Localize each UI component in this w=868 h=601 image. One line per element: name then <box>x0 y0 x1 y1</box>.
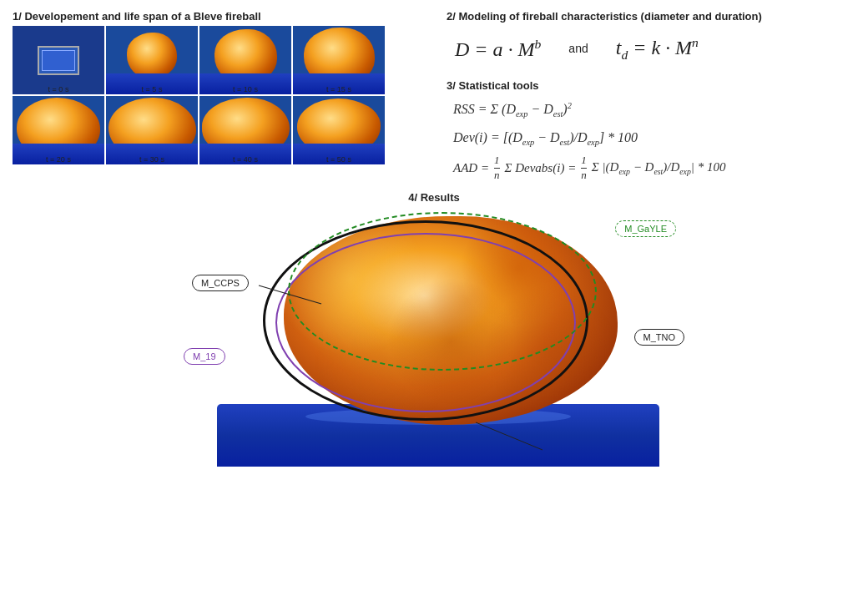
fireball-cell-t50: t = 50 s <box>293 96 385 164</box>
time-label-t30: t = 30 s <box>139 155 164 164</box>
aad-text: AAD = <box>453 158 489 178</box>
frac-1n-1: 1 n <box>494 154 500 181</box>
and-word: and <box>568 42 588 55</box>
time-label-t50: t = 50 s <box>326 155 351 164</box>
fireball-cell-t40: t = 40 s <box>199 96 291 164</box>
time-label-t40: t = 40 s <box>233 155 258 164</box>
frac-1n-2: 1 n <box>581 154 587 181</box>
section4-title: 4/ Results <box>13 191 855 204</box>
time-label-t10: t = 10 s <box>233 85 258 93</box>
box-inner <box>38 46 79 75</box>
sigma-1: Σ Devabs(i) = <box>505 158 577 178</box>
sigma-2: Σ |(Dexp − Dest)/Dexp| * 100 <box>592 157 726 179</box>
fireball-cell-t15: t = 15 s <box>293 26 385 94</box>
formula-dev: Dev(i) = [(Dexp − Dest)/Dexp] * 100 <box>453 127 855 150</box>
formula-rss: RSS = Σ (Dexp − Dest)2 <box>453 98 855 122</box>
main-formula: D = a · Mb and td = k · Mn <box>455 35 855 63</box>
fireball-row-2: t = 20 s t = 30 s t = 40 s <box>13 96 430 164</box>
mgayle-text: M_GaYLE <box>624 224 667 234</box>
fireball-row-1: t = 0 s t = 5 s t = 10 s <box>13 26 430 94</box>
section1-title: 1/ Developement and life span of a Bleve… <box>13 10 430 23</box>
page-container: 1/ Developement and life span of a Bleve… <box>0 0 868 601</box>
time-label-t15: t = 15 s <box>326 85 351 93</box>
box-shape-t0 <box>13 26 104 94</box>
label-mccps: M_CCPS <box>192 275 249 291</box>
formula-td: td = k · Mn <box>616 35 699 63</box>
m19-text: M_19 <box>193 351 216 361</box>
fireball-cell-t30: t = 30 s <box>106 96 198 164</box>
section3-title: 3/ Statistical tools <box>447 79 855 92</box>
time-label-t0: t = 0 s <box>48 85 69 93</box>
statistical-section: 3/ Statistical tools RSS = Σ (Dexp − Des… <box>447 79 855 181</box>
mtno-text: M_TNO <box>643 332 676 342</box>
fireball-cell-t5: t = 5 s <box>106 26 198 94</box>
label-mgayle: M_GaYLE <box>615 220 676 237</box>
label-mtno: M_TNO <box>634 329 685 346</box>
fireball-cell-t0: t = 0 s <box>13 26 104 94</box>
fb-small-t5 <box>127 33 177 78</box>
right-panel: 2/ Modeling of fireball characteristics … <box>430 10 855 186</box>
formula-aad: AAD = 1 n Σ Devabs(i) = 1 n Σ |(Dexp − D… <box>453 154 855 181</box>
mccps-text: M_CCPS <box>201 278 240 288</box>
results-image-container: M_CCPS M_19 M_GaYLE M_TNO <box>167 208 701 467</box>
fireball-cell-t10: t = 10 s <box>199 26 291 94</box>
left-panel: 1/ Developement and life span of a Bleve… <box>13 10 430 186</box>
fireball-cell-t20: t = 20 s <box>13 96 104 164</box>
section2-title: 2/ Modeling of fireball characteristics … <box>447 10 855 23</box>
time-label-t20: t = 20 s <box>46 155 71 164</box>
label-m19: M_19 <box>184 348 225 365</box>
formula-D: D = a · Mb <box>455 37 541 61</box>
bottom-section: 4/ Results M_CCPS <box>13 191 855 467</box>
time-label-t5: t = 5 s <box>142 85 163 93</box>
ellipse-green-dashed <box>288 212 597 371</box>
fireball-grid: t = 0 s t = 5 s t = 10 s <box>13 26 430 164</box>
top-row: 1/ Developement and life span of a Bleve… <box>13 10 855 186</box>
